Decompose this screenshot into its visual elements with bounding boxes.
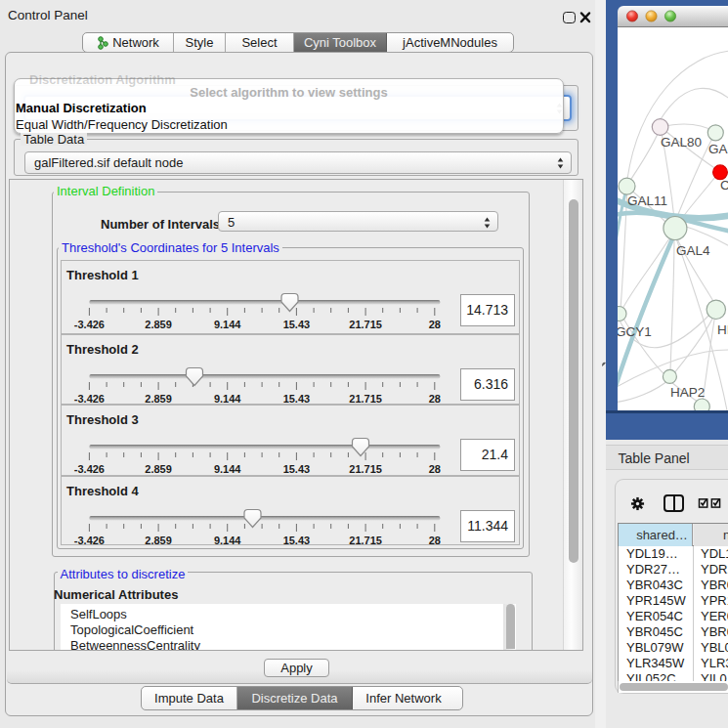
svg-text:CRP: CRP bbox=[720, 178, 728, 193]
svg-text:GAL3: GAL3 bbox=[708, 142, 728, 156]
svg-text:15.43: 15.43 bbox=[283, 319, 311, 330]
svg-text:21.715: 21.715 bbox=[349, 319, 382, 330]
svg-text:GCY1: GCY1 bbox=[618, 324, 652, 339]
svg-text:GAL4: GAL4 bbox=[676, 243, 710, 258]
svg-text:HIS4: HIS4 bbox=[717, 322, 728, 337]
svg-text:2.859: 2.859 bbox=[145, 319, 172, 330]
svg-text:GAL11: GAL11 bbox=[627, 193, 667, 208]
svg-text:28: 28 bbox=[429, 319, 441, 330]
svg-text:9.144: 9.144 bbox=[214, 319, 241, 330]
svg-text:HAP2: HAP2 bbox=[670, 385, 705, 400]
svg-text:GAL80: GAL80 bbox=[661, 135, 702, 150]
svg-text:-3.426: -3.426 bbox=[74, 319, 105, 330]
